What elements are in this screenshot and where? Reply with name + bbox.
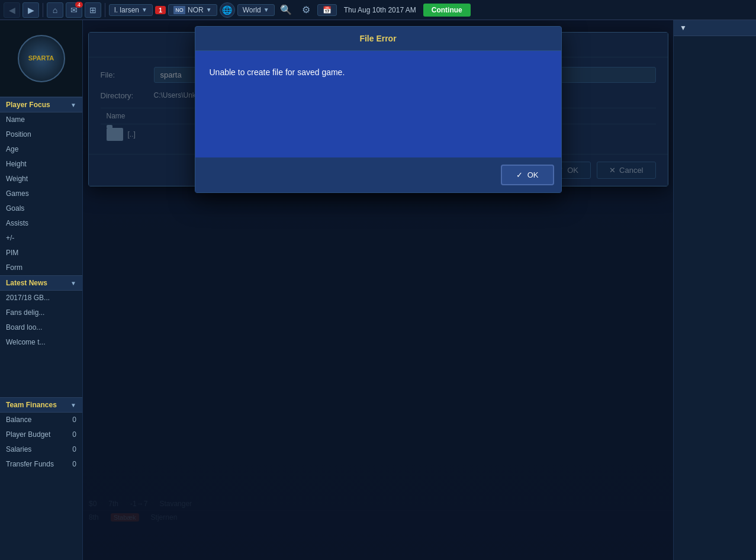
region-flag: NO (173, 6, 185, 14)
back-button[interactable]: ◀ (4, 2, 20, 18)
sidebar-news-4[interactable]: Welcome t... (0, 335, 82, 350)
latest-news-header[interactable]: Latest News ▼ (0, 275, 82, 291)
forward-button[interactable]: ▶ (22, 2, 39, 18)
left-sidebar: SPARTA Player Focus ▼ Name Position Age … (0, 20, 83, 560)
sidebar-item-pim[interactable]: PIM (0, 246, 82, 260)
date-display: Thu Aug 10th 2017 AM (339, 6, 421, 14)
file-error-modal: File Error Unable to create file for sav… (195, 26, 562, 193)
team-finances-collapse-icon: ▼ (70, 402, 76, 408)
region-dropdown-arrow: ▼ (206, 7, 212, 13)
error-ok-check-icon: ✓ (516, 170, 523, 179)
team-logo: SPARTA (18, 35, 65, 82)
right-col-dropdown-arrow: ▼ (680, 24, 687, 32)
player-focus-header[interactable]: Player Focus ▼ (0, 97, 82, 112)
file-error-footer: ✓ OK (195, 157, 561, 192)
player-focus-label: Player Focus (6, 101, 50, 109)
user-dropdown[interactable]: l. larsen ▼ (109, 4, 153, 16)
error-ok-label: OK (527, 170, 539, 179)
sidebar-item-weight[interactable]: Weight (0, 172, 82, 186)
region-label: NOR (188, 6, 204, 14)
sidebar-item-position[interactable]: Position (0, 127, 82, 142)
right-sidebar: ▼ (673, 20, 756, 560)
sidebar-item-form[interactable]: Form (0, 260, 82, 275)
calendar-icon: 📅 (323, 6, 332, 14)
sidebar-item-assists[interactable]: Assists (0, 216, 82, 231)
sidebar-balance[interactable]: Balance 0 (0, 413, 82, 427)
world-label: World (243, 6, 261, 14)
world-dropdown[interactable]: World ▼ (237, 4, 275, 16)
search-button[interactable]: 🔍 (277, 2, 295, 18)
sidebar-player-budget[interactable]: Player Budget 0 (0, 427, 82, 442)
main-content: $0 7th -1→7 Stavanger 8th Stabæk Stjerne… (83, 20, 673, 560)
sidebar-item-plusminus[interactable]: +/- (0, 231, 82, 246)
nav-divider-1 (43, 3, 43, 17)
file-error-overlay: File Error Unable to create file for sav… (89, 33, 668, 186)
continue-button[interactable]: Continue (423, 4, 471, 17)
sidebar-item-goals[interactable]: Goals (0, 201, 82, 216)
save-dialog-backdrop: Save Game File: Directory: C:\Users\Unkn… (83, 20, 673, 560)
file-error-ok-button[interactable]: ✓ OK (501, 165, 554, 185)
file-error-body: Unable to create file for saved game. (195, 51, 561, 157)
save-dialog: Save Game File: Directory: C:\Users\Unkn… (88, 32, 668, 186)
sidebar-item-height[interactable]: Height (0, 157, 82, 172)
top-nav-bar: ◀ ▶ ⌂ ✉ 4 ⊞ l. larsen ▼ 1 NO NOR ▼ 🌐 Wor… (0, 0, 756, 20)
logo-area: SPARTA (0, 20, 82, 97)
user-dropdown-arrow: ▼ (141, 7, 147, 13)
sidebar-item-name[interactable]: Name (0, 112, 82, 127)
sidebar-item-age[interactable]: Age (0, 142, 82, 157)
sidebar-news-1[interactable]: 2017/18 GB... (0, 291, 82, 305)
sidebar-news-3[interactable]: Board loo... (0, 320, 82, 335)
team-finances-label: Team Finances (6, 401, 57, 409)
team-finances-header[interactable]: Team Finances ▼ (0, 397, 82, 413)
home-button[interactable]: ⌂ (47, 2, 63, 18)
sidebar-item-games[interactable]: Games (0, 186, 82, 201)
notification-badge[interactable]: 1 (155, 6, 166, 14)
latest-news-label: Latest News (6, 279, 47, 287)
file-error-message: Unable to create file for saved game. (210, 67, 345, 77)
user-name-label: l. larsen (114, 6, 139, 14)
nav-divider-2 (105, 3, 105, 17)
latest-news-collapse-icon: ▼ (70, 280, 76, 287)
world-dropdown-arrow: ▼ (263, 7, 269, 13)
right-col-header: ▼ (674, 20, 756, 36)
sidebar-salaries[interactable]: Salaries 0 (0, 442, 82, 457)
globe-button[interactable]: 🌐 (220, 2, 235, 18)
briefcase-button[interactable]: ⊞ (85, 2, 101, 18)
file-error-title: File Error (195, 27, 561, 51)
calendar-dropdown[interactable]: 📅 (317, 4, 337, 16)
main-area: SPARTA Player Focus ▼ Name Position Age … (0, 20, 756, 560)
mail-button[interactable]: ✉ 4 (66, 2, 82, 18)
sidebar-transfer-funds[interactable]: Transfer Funds 0 (0, 457, 82, 472)
settings-button[interactable]: ⚙ (297, 2, 315, 18)
sidebar-news-2[interactable]: Fans delig... (0, 305, 82, 320)
region-dropdown[interactable]: NO NOR ▼ (168, 4, 217, 16)
player-focus-collapse-icon: ▼ (70, 102, 76, 108)
mail-count-badge: 4 (75, 2, 83, 8)
